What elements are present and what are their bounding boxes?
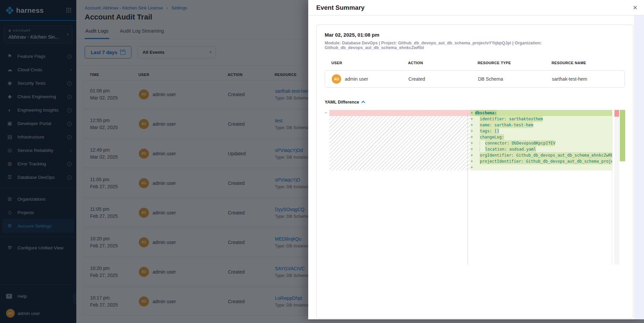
diff-right-pane: +dbschema:+ identifier: sarthaktesthem+ … xyxy=(468,110,612,265)
diff-token xyxy=(475,116,480,122)
diff-line: + tags: [] xyxy=(468,128,612,134)
diff-line: + changeLog: xyxy=(468,134,612,140)
diff-token xyxy=(475,152,480,158)
added-hunk: +dbschema:+ identifier: sarthaktesthem+ … xyxy=(468,110,612,170)
added-line-marker: + xyxy=(471,152,475,158)
diff-token: changeLog: xyxy=(480,134,504,140)
diff-token xyxy=(475,122,480,128)
detail-resource-type-cell: DB Schema xyxy=(478,76,552,82)
chevron-up-icon xyxy=(361,100,365,104)
diff-token: name: xyxy=(480,122,494,128)
removed-line-marker: − xyxy=(325,110,327,115)
user-avatar: AU xyxy=(332,74,341,84)
diff-line: + identifier: sarthaktesthem xyxy=(468,116,612,122)
diff-token: DbDevopsoBKpcpIfEV xyxy=(512,140,555,146)
event-summary-drawer: Event Summary × Mar 02, 2025, 01:08 pm M… xyxy=(308,0,644,319)
column-header: RESOURCE NAME xyxy=(552,61,625,65)
diff-line: + xyxy=(468,164,612,170)
added-line-marker: + xyxy=(471,158,475,164)
empty-region-hatch xyxy=(329,116,468,170)
diff-token: asdsad.yaml xyxy=(509,146,536,152)
diff-token xyxy=(475,158,480,164)
diff-token: location: xyxy=(485,146,509,152)
added-line-marker: + xyxy=(471,128,475,134)
diff-token: Github_db_devops_aut_db_schema_ehnkcZwRb… xyxy=(516,152,612,158)
diff-scrollbar-track[interactable] xyxy=(614,117,619,265)
column-header: RESOURCE TYPE xyxy=(478,61,552,65)
added-line-marker: + xyxy=(471,164,475,170)
column-header: ACTION xyxy=(408,61,478,65)
added-line-marker: + xyxy=(471,110,475,116)
diff-token xyxy=(480,146,485,152)
diff-token xyxy=(475,146,480,152)
event-meta: Module: Database DevOps | Project: Githu… xyxy=(325,41,625,50)
diff-token xyxy=(475,140,480,146)
removed-line-highlight xyxy=(329,110,468,116)
diff-token: connector: xyxy=(485,140,512,146)
diff-line: +dbschema: xyxy=(468,110,612,116)
diff-left-pane: − xyxy=(325,110,468,265)
diff-token xyxy=(475,128,480,134)
diff-token: sarthaktesthem xyxy=(509,116,543,122)
added-line-marker: + xyxy=(471,146,475,152)
diff-token xyxy=(475,134,480,140)
drawer-body: Mar 02, 2025, 01:08 pm Module: Database … xyxy=(308,15,644,319)
close-icon[interactable]: × xyxy=(633,4,637,11)
added-line-marker: + xyxy=(471,122,475,128)
diff-token: identifier: xyxy=(480,116,509,122)
gutter-hatch xyxy=(468,116,470,170)
overview-added-marker xyxy=(620,110,625,161)
diff-token: orgIdentifier: xyxy=(480,152,516,158)
drawer-scrollbar-track[interactable] xyxy=(634,15,644,319)
column-header: USER xyxy=(331,61,408,65)
event-timestamp: Mar 02, 2025, 01:08 pm xyxy=(325,32,625,38)
added-line-marker: + xyxy=(471,140,475,146)
detail-table-header-row: USERACTIONRESOURCE TYPERESOURCE NAME xyxy=(325,61,625,65)
removed-map-sliver xyxy=(468,110,470,116)
diff-line: + location: asdsad.yaml xyxy=(468,146,612,152)
detail-user-cell: AU admin user xyxy=(332,74,408,84)
yaml-difference-toggle[interactable]: YAML Difference xyxy=(325,99,625,105)
yaml-diff-viewer: − +dbschema:+ identifier: sarthaktesthem… xyxy=(325,110,628,265)
added-line-marker: + xyxy=(471,134,475,140)
drawer-title: Event Summary xyxy=(316,4,633,11)
diff-token xyxy=(480,140,485,146)
diff-token: Github_db_devops_aut_db_schema_projectvY… xyxy=(526,158,612,164)
detail-resource-name-cell: sarthak-test-hem xyxy=(552,76,625,82)
added-line-marker: + xyxy=(471,116,475,122)
detail-action-cell: Created xyxy=(408,76,478,82)
event-card: Mar 02, 2025, 01:08 pm Module: Database … xyxy=(316,25,633,319)
diff-token: tags: xyxy=(480,128,494,134)
diff-line: + name: sarthak-test-hem xyxy=(468,122,612,128)
diff-line: + projectIdentifier: Github_db_devops_au… xyxy=(468,158,612,164)
diff-token: dbschema: xyxy=(475,110,497,116)
diff-line: + orgIdentifier: Github_db_devops_aut_db… xyxy=(468,152,612,158)
detail-table-row: AU admin user Created DB Schema sarthak-… xyxy=(325,70,625,88)
overview-removed-marker xyxy=(614,110,619,117)
diff-line: + connector: DbDevopsoBKpcpIfEV xyxy=(468,140,612,146)
diff-token: projectIdentifier: xyxy=(480,158,526,164)
diff-token: sarthak-test-hem xyxy=(494,122,533,128)
drawer-header: Event Summary × xyxy=(308,0,644,15)
diff-token: [] xyxy=(494,128,499,134)
